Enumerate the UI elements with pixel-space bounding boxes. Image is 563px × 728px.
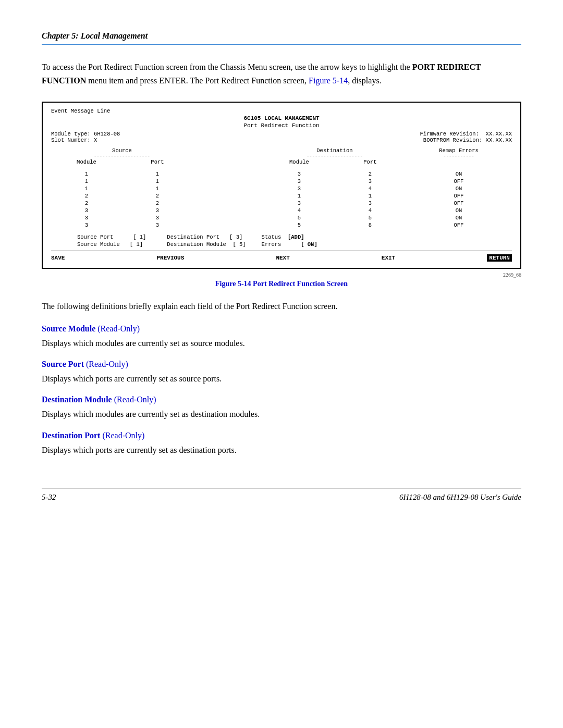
section-header-row: Source Destination Remap Errors (51, 147, 512, 154)
firmware-revision: Firmware Revision: XX.XX.XX (420, 131, 512, 137)
source-module-label: Source Module (77, 241, 120, 248)
section-heading-3: Destination Port (Read-Only) (42, 431, 521, 440)
event-message-line: Event Message Line (51, 108, 512, 114)
footer-page-number: 5-32 (42, 493, 56, 502)
section-heading-2: Destination Module (Read-Only) (42, 395, 521, 404)
screen-info-right: Firmware Revision: XX.XX.XX BOOTPROM Rev… (420, 131, 512, 143)
right-fields: Status [ADD] Errors [ ON] (262, 234, 317, 248)
src-module-col-header: Module (51, 159, 122, 165)
body-paragraph: The following definitions briefly explai… (42, 300, 521, 313)
screen-title-sub: Port Redirect Function (51, 122, 512, 129)
left-fields: Source Port [ 1] Source Module [ 1] (77, 234, 146, 248)
dst-port-col-header: Port (335, 159, 406, 165)
status-value: [ADD] (288, 234, 304, 240)
slot-number: Slot Number: X (51, 137, 120, 143)
screen-info-row: Module type: 6H128-08 Slot Number: X Fir… (51, 131, 512, 143)
screen-mockup: Event Message Line 6C105 LOCAL MANAGEMEN… (42, 102, 521, 269)
sections-container: Source Module (Read-Only)Displays which … (42, 324, 521, 458)
source-module-value: [ 1] (130, 241, 143, 248)
table-row: 2 2 3 3 OFF (51, 200, 512, 207)
footer-guide-title: 6H128-08 and 6H129-08 User's Guide (399, 493, 521, 502)
section-suffix-1: (Read-Only) (84, 360, 128, 368)
table-row: 1 1 3 3 OFF (51, 178, 512, 185)
section-heading-1: Source Port (Read-Only) (42, 360, 521, 369)
status-label: Status (262, 234, 282, 240)
section-bold-2: Destination Module (42, 395, 112, 404)
divider-row-1: -------------------- -------------------… (51, 154, 512, 159)
source-port-field: Source Port [ 1] (77, 234, 146, 240)
screen-title-main: 6C105 LOCAL MANAGEMENT (51, 115, 512, 121)
section-1: Source Port (Read-Only)Displays which po… (42, 360, 521, 386)
section-suffix-2: (Read-Only) (112, 395, 156, 404)
table-row: 3 3 5 8 OFF (51, 221, 512, 229)
section-body-0: Displays which modules are currently set… (42, 337, 521, 350)
nav-bar: SAVE PREVIOUS NEXT EXIT RETURN (51, 251, 512, 262)
section-bold-0: Source Module (42, 324, 95, 333)
dest-module-label: Destination Module (167, 241, 226, 248)
chapter-title: Chapter 5: Local Management (42, 31, 148, 40)
remap-header: Remap Errors (406, 147, 512, 154)
source-port-value: [ 1] (133, 234, 146, 240)
dest-module-value: [ 5] (232, 241, 246, 248)
nav-next[interactable]: NEXT (276, 255, 289, 261)
intro-paragraph: To access the Port Redirect Function scr… (42, 60, 521, 87)
dest-port-label: Destination Port (167, 234, 219, 240)
table-row: 1 1 3 2 ON (51, 170, 512, 178)
bootprom-revision: BOOTPROM Revision: XX.XX.XX (420, 137, 512, 143)
redirect-table: Source Destination Remap Errors --------… (51, 147, 512, 165)
intro-text-before: To access the Port Redirect Function scr… (42, 63, 412, 71)
src-port-col-header: Port (122, 159, 193, 165)
module-type: Module type: 6H128-08 (51, 131, 120, 137)
section-body-3: Displays which ports are currently set a… (42, 443, 521, 457)
image-reference: 2269_66 (42, 272, 521, 278)
section-suffix-3: (Read-Only) (100, 431, 144, 440)
section-body-2: Displays which modules are currently set… (42, 408, 521, 421)
section-bold-3: Destination Port (42, 431, 100, 440)
nav-save[interactable]: SAVE (51, 255, 65, 261)
errors-label: Errors (262, 241, 282, 248)
table-row: 2 2 1 1 OFF (51, 192, 512, 200)
section-2: Destination Module (Read-Only)Displays w… (42, 395, 521, 421)
bottom-fields: Source Port [ 1] Source Module [ 1] Dest… (51, 234, 512, 248)
source-port-label: Source Port (77, 234, 113, 240)
section-body-1: Displays which ports are currently set a… (42, 372, 521, 386)
section-3: Destination Port (Read-Only)Displays whi… (42, 431, 521, 457)
intro-text-end: , displays. (348, 76, 381, 85)
dest-port-value: [ 3] (229, 234, 242, 240)
source-module-field: Source Module [ 1] (77, 241, 146, 248)
col-header-row: Module Port Module Port (51, 159, 512, 165)
chapter-header: Chapter 5: Local Management (42, 31, 521, 45)
table-row: 1 1 3 4 ON (51, 185, 512, 192)
errors-value: [ ON] (301, 241, 317, 248)
page-footer: 5-32 6H128-08 and 6H129-08 User's Guide (42, 488, 521, 502)
table-row: 3 3 4 4 ON (51, 207, 512, 214)
figure-caption: Figure 5-14 Port Redirect Function Scree… (42, 280, 521, 288)
section-suffix-0: (Read-Only) (95, 324, 140, 333)
dst-module-col-header: Module (264, 159, 335, 165)
data-table: 1 1 3 2 ON 1 1 3 3 OFF 1 1 3 4 ON 2 2 1 … (51, 170, 512, 229)
section-bold-1: Source Port (42, 360, 84, 368)
section-0: Source Module (Read-Only)Displays which … (42, 324, 521, 350)
errors-field: Errors [ ON] (262, 241, 317, 248)
status-field: Status [ADD] (262, 234, 317, 240)
figure-link[interactable]: Figure 5-14 (309, 76, 348, 85)
screen-info-left: Module type: 6H128-08 Slot Number: X (51, 131, 120, 143)
dest-module-field: Destination Module [ 5] (167, 241, 246, 248)
intro-text-after-bold: menu item and press ENTER. The Port Redi… (86, 76, 309, 85)
nav-previous[interactable]: PREVIOUS (156, 255, 184, 261)
nav-exit[interactable]: EXIT (382, 255, 395, 261)
middle-fields: Destination Port [ 3] Destination Module… (167, 234, 246, 248)
table-row: 3 3 5 5 ON (51, 214, 512, 221)
nav-return[interactable]: RETURN (487, 254, 512, 262)
dest-port-field: Destination Port [ 3] (167, 234, 246, 240)
destination-header: Destination (264, 147, 406, 154)
source-header: Source (51, 147, 193, 154)
section-heading-0: Source Module (Read-Only) (42, 324, 521, 334)
